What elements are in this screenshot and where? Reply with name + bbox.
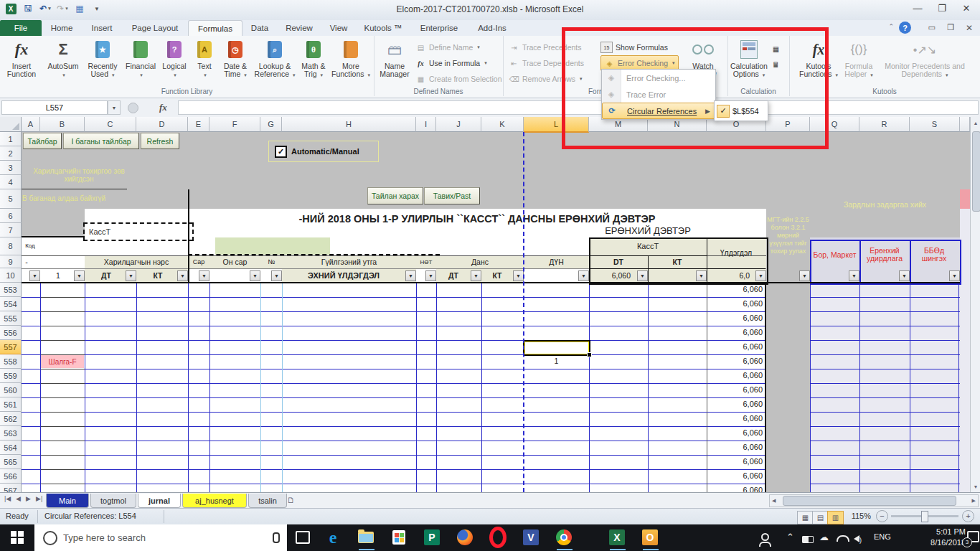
cell-O555-value[interactable]: 6,060 xyxy=(708,314,763,322)
calculate-sheet-icon[interactable]: 🖩 xyxy=(771,57,781,72)
row-header-562[interactable]: 562 xyxy=(0,412,22,426)
insert-function-fx-icon[interactable]: fx xyxy=(159,102,167,113)
tab-formulas[interactable]: Formulas xyxy=(188,20,242,37)
calculation-options-button[interactable]: Calculation Options ▾ xyxy=(729,38,769,85)
wifi-icon[interactable] xyxy=(837,535,849,542)
filter-F10-icon[interactable]: ▼ xyxy=(250,270,260,281)
more-functions-button[interactable]: More Functions ▾ xyxy=(330,38,372,85)
close-button[interactable]: ✕ xyxy=(954,0,979,16)
cell-O556-value[interactable]: 6,060 xyxy=(708,328,763,336)
column-header-P[interactable]: P xyxy=(766,117,810,132)
workbook-minimize-icon[interactable]: ▭ xyxy=(928,23,936,32)
formula-input[interactable] xyxy=(178,100,979,115)
calculate-now-icon[interactable]: ▦ xyxy=(771,42,781,56)
menu-item-circular-references[interactable]: ⟳ Circular References ▶ xyxy=(602,103,715,119)
filter-I10-icon[interactable]: ▼ xyxy=(425,270,436,281)
sheet-tab-main[interactable]: Main xyxy=(46,494,89,508)
minimize-button[interactable]: — xyxy=(905,0,930,16)
hscroll-thumb[interactable] xyxy=(783,496,956,506)
tab-data[interactable]: Data xyxy=(241,20,278,36)
row-header-566[interactable]: 566 xyxy=(0,469,22,484)
workbook-restore-icon[interactable]: ❒ xyxy=(947,23,954,32)
filter-D10-icon[interactable]: ▼ xyxy=(177,270,188,281)
restore-button[interactable]: ❐ xyxy=(930,0,954,16)
filter-P10-icon[interactable]: ▼ xyxy=(799,270,810,281)
publisher-button[interactable]: P xyxy=(418,528,446,547)
cell-O565-value[interactable]: 6,060 xyxy=(708,457,763,466)
zoom-level[interactable]: 115% xyxy=(852,512,871,520)
select-all-corner[interactable] xyxy=(0,117,22,132)
scroll-down-icon[interactable]: ▼ xyxy=(971,481,980,492)
filter-S10-icon[interactable]: ▼ xyxy=(949,270,960,281)
row-header-563[interactable]: 563 xyxy=(0,426,22,441)
column-header-D[interactable]: D xyxy=(136,117,188,132)
column-header-J[interactable]: J xyxy=(436,117,481,132)
cell-O560-value[interactable]: 6,060 xyxy=(708,385,763,394)
chrome-button[interactable] xyxy=(550,528,578,547)
filter-L10-icon[interactable]: ▼ xyxy=(578,270,589,281)
row-header-560[interactable]: 560 xyxy=(0,383,22,397)
name-box[interactable]: L557 xyxy=(1,100,108,115)
firefox-button[interactable] xyxy=(451,528,479,547)
monitor-precedents-button[interactable]: •↗↘ Monitor Precedents and Dependents ▾ xyxy=(882,38,967,85)
row-header-554[interactable]: 554 xyxy=(0,297,22,311)
row-header-10[interactable]: 10 xyxy=(0,268,22,283)
filter-M10-icon[interactable]: ▼ xyxy=(637,270,648,281)
row-header-3[interactable]: 3 xyxy=(0,161,22,175)
action-center-icon[interactable]: 3 xyxy=(967,531,979,545)
filter-K10-icon[interactable]: ▼ xyxy=(513,270,524,281)
insert-worksheet-icon[interactable]: 🗋 xyxy=(287,496,295,504)
vscroll-thumb[interactable] xyxy=(972,131,980,212)
cell-O566-value[interactable]: 6,060 xyxy=(708,471,763,480)
bagana-tailbar-button[interactable]: I баганы тайлбар xyxy=(63,133,139,149)
row-header-557[interactable]: 557 xyxy=(0,340,22,355)
row-header-2[interactable]: 2 xyxy=(0,146,22,161)
scroll-up-icon[interactable]: ▲ xyxy=(971,117,980,128)
tab-review[interactable]: Review xyxy=(278,20,320,36)
sheet-tab-tsalin[interactable]: tsalin xyxy=(248,494,287,508)
financial-button[interactable]: Financial▾ xyxy=(123,38,158,85)
page-break-view-button[interactable]: ▥ xyxy=(827,511,844,524)
column-header-K[interactable]: K xyxy=(481,117,524,132)
fill-handle[interactable] xyxy=(587,352,592,357)
visio-button[interactable]: V xyxy=(517,528,545,547)
name-box-dropdown-icon[interactable]: ▼ xyxy=(108,100,121,115)
horizontal-scrollbar[interactable]: ◀ ▶ xyxy=(769,494,979,507)
row-header-553[interactable]: 553 xyxy=(0,283,22,297)
cell-O567-value[interactable]: 6,060 xyxy=(708,486,763,492)
insert-function-button[interactable]: fx Insert Function xyxy=(1,38,42,85)
microphone-icon[interactable] xyxy=(273,532,280,543)
menu-item-error-checking[interactable]: ◈ Error Checking... xyxy=(602,70,715,86)
define-name-button[interactable]: ▤Define Name▾ xyxy=(415,40,480,55)
language-indicator[interactable]: ENG xyxy=(874,532,891,541)
filter-G10-icon[interactable]: ▼ xyxy=(271,270,282,281)
tab-nav-last-icon[interactable]: ▶| xyxy=(36,495,42,502)
column-header-E[interactable]: E xyxy=(188,117,209,132)
logical-button[interactable]: ? Logical▾ xyxy=(158,38,191,85)
row-header-561[interactable]: 561 xyxy=(0,397,22,412)
start-button[interactable] xyxy=(3,528,32,547)
store-button[interactable] xyxy=(385,528,413,547)
row-header-1[interactable]: 1 xyxy=(0,132,22,146)
tab-page-layout[interactable]: Page Layout xyxy=(122,20,188,36)
math-trig-button[interactable]: θ Math & Trig ▾ xyxy=(297,38,330,85)
column-header-L[interactable]: L xyxy=(524,117,589,133)
recently-used-button[interactable]: ★ Recently Used ▾ xyxy=(82,38,123,85)
normal-view-button[interactable]: ▦ xyxy=(797,511,814,524)
kutools-functions-button[interactable]: fx Kutools Functions ▾ xyxy=(799,38,838,85)
trace-precedents-button[interactable]: ⇥Trace Precedents xyxy=(509,40,581,55)
battery-icon[interactable] xyxy=(802,534,814,545)
column-header-Q[interactable]: Q xyxy=(810,117,859,132)
remove-arrows-button[interactable]: ⌫Remove Arrows▾ xyxy=(509,72,583,86)
edge-button[interactable]: e xyxy=(319,528,347,547)
hscroll-right-icon[interactable]: ▶ xyxy=(972,498,976,504)
people-icon[interactable] xyxy=(759,533,771,547)
autosum-button[interactable]: Σ AutoSum▾ xyxy=(44,38,82,85)
collapse-ribbon-icon[interactable]: ⌃ xyxy=(888,23,894,30)
tailbar-button[interactable]: Тайлбар xyxy=(23,133,62,149)
tab-add-ins[interactable]: Add-Ins xyxy=(469,20,515,36)
task-view-button[interactable] xyxy=(288,528,317,547)
column-header-R[interactable]: R xyxy=(859,117,910,132)
tab-nav-prev-icon[interactable]: ◀ xyxy=(16,495,21,502)
row-header-565[interactable]: 565 xyxy=(0,455,22,469)
